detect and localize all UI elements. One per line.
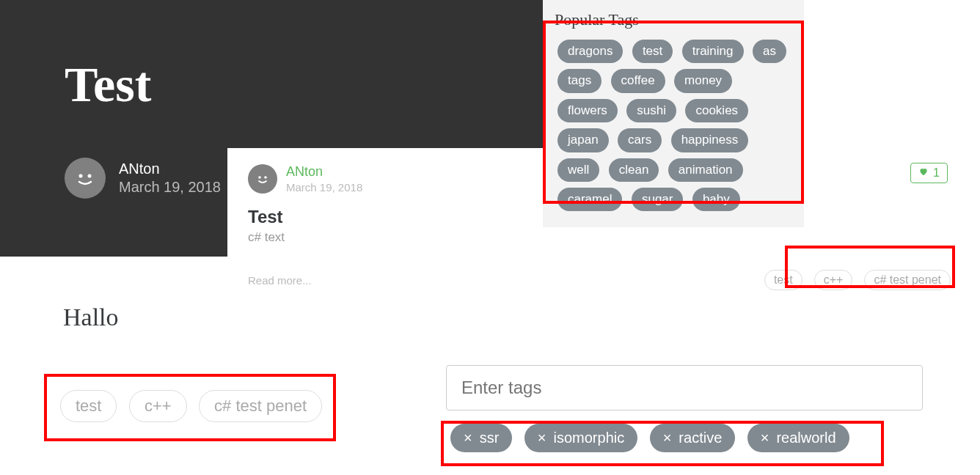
tag-pill[interactable]: money — [674, 69, 732, 92]
like-count: 1 — [933, 166, 940, 180]
tag-pill[interactable]: clean — [609, 158, 659, 182]
tag-pill[interactable]: japan — [557, 128, 609, 152]
chosen-tag[interactable]: ×isomorphic — [524, 424, 637, 452]
chosen-tag[interactable]: ×realworld — [747, 424, 849, 452]
tag-pill[interactable]: cookies — [685, 99, 748, 122]
tag-pill[interactable]: as — [753, 40, 786, 63]
chosen-tag-label: ractive — [679, 430, 722, 446]
preview-tags: test c++ c# test penet — [761, 267, 954, 293]
close-icon[interactable]: × — [761, 430, 769, 446]
like-button[interactable]: 1 — [910, 163, 948, 183]
article-tags: test c++ c# test penet — [56, 386, 326, 427]
tag-pill[interactable]: sushi — [626, 99, 676, 122]
chosen-tag-label: realworld — [776, 430, 835, 446]
tag-pill[interactable]: caramel — [557, 188, 622, 211]
tag-pill[interactable]: happiness — [671, 128, 749, 152]
tag-pill[interactable]: well — [557, 158, 599, 182]
article-title: Test — [65, 56, 543, 114]
article-date: March 19, 2018 — [119, 179, 221, 196]
tag-pill[interactable]: cars — [618, 128, 662, 152]
tag-pill[interactable]: dragons — [557, 40, 623, 63]
preview-date: March 19, 2018 — [286, 181, 362, 194]
heart-icon — [918, 166, 929, 180]
tag-pill[interactable]: animation — [668, 158, 743, 182]
chosen-tags: ×ssr ×isomorphic ×ractive ×realworld — [446, 421, 923, 455]
svg-point-2 — [258, 176, 261, 179]
tag-pill[interactable]: test — [764, 270, 802, 290]
tag-pill[interactable]: c++ — [814, 270, 853, 290]
tag-pill[interactable]: test — [632, 40, 673, 63]
tag-pill[interactable]: sugar — [632, 188, 684, 211]
preview-description: c# text — [248, 230, 954, 245]
svg-point-0 — [79, 174, 83, 178]
tag-pill[interactable]: test — [60, 390, 117, 422]
chosen-tag-label: ssr — [480, 430, 500, 446]
chosen-tag[interactable]: ×ractive — [650, 424, 736, 452]
tag-pill[interactable]: c++ — [129, 390, 187, 422]
preview-author-link[interactable]: ANton — [286, 164, 362, 180]
tag-pill[interactable]: coffee — [611, 69, 665, 92]
svg-point-1 — [88, 174, 92, 178]
chosen-tag-label: isomorphic — [554, 430, 625, 446]
tag-pill[interactable]: training — [682, 40, 744, 63]
popular-tags-heading: Popular Tags — [555, 10, 792, 29]
tag-pill[interactable]: c# test penet — [864, 270, 951, 290]
svg-point-3 — [264, 176, 267, 179]
close-icon[interactable]: × — [464, 430, 472, 446]
avatar[interactable] — [248, 164, 277, 194]
tag-pill[interactable]: baby — [692, 188, 740, 211]
author-link[interactable]: ANton — [119, 161, 221, 177]
tag-pill[interactable]: c# test penet — [199, 390, 322, 422]
tag-pill[interactable]: tags — [557, 69, 601, 92]
chosen-tag[interactable]: ×ssr — [450, 424, 512, 452]
tag-input[interactable] — [446, 365, 923, 410]
popular-tags-list: dragons test training as tags coffee mon… — [555, 37, 792, 214]
close-icon[interactable]: × — [538, 430, 546, 446]
popular-tags-panel: Popular Tags dragons test training as ta… — [543, 0, 804, 227]
tag-pill[interactable]: flowers — [557, 99, 618, 122]
read-more-link[interactable]: Read more... — [248, 274, 312, 287]
article-body-text: Hallo — [63, 303, 119, 331]
tag-editor: ×ssr ×isomorphic ×ractive ×realworld — [446, 365, 923, 455]
close-icon[interactable]: × — [663, 430, 672, 446]
avatar[interactable] — [65, 158, 106, 199]
